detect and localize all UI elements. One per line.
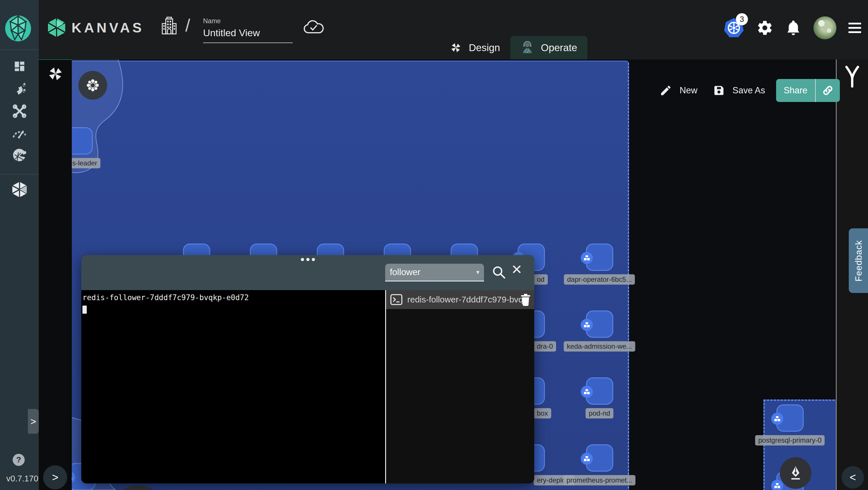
expand-chevron: > [30,416,36,427]
app-title: KANVAS [71,20,144,36]
pod-icon [774,483,780,489]
search-icon[interactable] [491,265,506,280]
pod-node[interactable] [776,404,804,432]
pod-icon [584,456,590,462]
pod-node[interactable] [586,444,613,471]
kanvas-brand[interactable]: KANVAS [48,18,144,37]
kubernetes-context-switcher[interactable]: 3 [723,17,744,38]
link-icon [822,84,834,97]
pod-icon [584,322,590,328]
pod-badge [581,319,593,331]
terminal-icon [390,294,403,305]
view-actions-toolbar: New Save As Share [659,78,840,103]
next-chevron: > [52,471,58,484]
pod-label: dra-0 [534,341,556,351]
design-pinwheel-icon[interactable] [48,66,63,82]
settings-gear-icon[interactable] [756,20,773,36]
terminal-search-field[interactable]: ▾ [385,264,484,281]
mode-tabs: Design Operate [439,36,587,59]
kanvas-hexagon-icon [12,181,27,198]
pod-label: dapr-operator-6bc5... [564,274,635,285]
pod-node[interactable] [586,310,613,338]
copy-link-button[interactable] [816,79,840,102]
design-pinwheel-icon [450,42,462,54]
sidebar-item-dashboard[interactable] [0,59,39,73]
pod-label: pod-nd [586,408,614,419]
user-avatar[interactable] [813,17,836,39]
tab-operate-label: Operate [541,42,577,54]
canvas-left-gutter: > [39,59,72,490]
view-name-block: Name Untitled View [203,17,293,43]
pen-nib-icon [789,466,802,481]
sidebar-item-performance[interactable] [0,125,39,141]
top-bar: KANVAS / Name Untitled View [39,0,868,59]
right-rail: Feedback < [836,59,868,490]
terminal-cursor [83,306,87,314]
pod-badge [771,413,783,425]
pod-label: box [534,408,551,419]
drag-handle-icon[interactable] [301,258,315,261]
notifications-bell-icon[interactable] [785,19,801,36]
meshery-logo[interactable] [5,15,32,42]
sidebar-item-configuration[interactable] [0,103,39,119]
tab-design-label: Design [469,42,500,54]
new-button[interactable]: New [680,85,698,96]
kanvas-logo-icon [48,18,66,37]
pod-icon [774,416,780,422]
terminal-output-line: redis-follower-7dddf7c979-bvqkp-e0d72 [83,292,385,303]
flows-y-icon[interactable] [844,66,861,88]
annotate-pen-button[interactable] [780,457,811,489]
search-input[interactable] [390,267,474,277]
hamburger-menu-icon[interactable] [848,23,861,33]
sidebar-item-kanvas[interactable] [0,181,39,198]
pod-node[interactable] [72,127,93,155]
pod-node[interactable] [586,377,613,405]
sidebar-divider [0,174,39,175]
help-button[interactable]: ? [13,454,25,466]
breadcrumb-separator: / [185,15,190,35]
feedback-label: Feedback [854,240,864,281]
share-button[interactable]: Share [776,79,840,102]
chevron-down-icon[interactable]: ▾ [476,269,479,276]
gears-icon [12,82,27,96]
version-label: v0.7.170 [6,474,38,483]
gauge-icon [12,127,27,139]
pod-badge [581,453,593,465]
save-as-icon[interactable] [713,85,725,96]
terminal-header[interactable]: ▾ × [81,255,534,290]
dashboard-icon [13,60,26,73]
pod-icon [584,389,590,395]
view-name-input[interactable]: Untitled View [203,27,293,38]
topbar-icon-group: 3 [723,15,861,41]
save-as-button[interactable]: Save As [733,85,765,96]
cluster-circle-node[interactable] [79,71,107,100]
share-label[interactable]: Share [776,79,815,102]
terminal-output-pane[interactable]: redis-follower-7dddf7c979-bvqkp-e0d72 [81,290,385,483]
close-icon[interactable]: × [512,260,522,278]
pod-label: keda-admission-we... [564,341,636,351]
cluster-flower-icon [86,79,99,92]
name-label: Name [203,17,293,25]
pan-right-button[interactable]: > [43,465,67,489]
collapse-chevron: < [849,471,856,484]
collapse-panel-button[interactable]: < [842,466,864,489]
terminal-session-row[interactable]: redis-follower-7dddf7c979-bvq [386,290,534,309]
sidebar-expand-handle[interactable]: > [28,409,39,434]
tab-operate[interactable]: Operate [510,36,587,59]
terminal-session-pane: redis-follower-7dddf7c979-bvq [386,290,534,483]
sidebar-divider [0,50,39,50]
kanvas-app: KANVAS / Name Untitled View [0,0,868,490]
pod-label: prometheus-promet... [563,475,636,485]
organization-icon[interactable] [162,17,177,36]
feedback-tab[interactable]: Feedback [849,228,868,293]
session-label: redis-follower-7dddf7c979-bvq [407,295,530,304]
pod-icon [72,474,72,480]
tab-design[interactable]: Design [439,36,510,59]
terminal-window[interactable]: ▾ × redis-follower-7dddf7c979-bvqkp-e0d7… [81,255,534,483]
sidebar-item-extensions[interactable] [0,148,39,164]
new-pencil-icon[interactable] [659,84,672,97]
sidebar-item-lifecycle[interactable] [0,81,39,96]
pod-node[interactable] [586,244,613,271]
delete-session-icon[interactable] [520,293,531,306]
terminal-body: redis-follower-7dddf7c979-bvqkp-e0d72 re… [81,290,534,483]
